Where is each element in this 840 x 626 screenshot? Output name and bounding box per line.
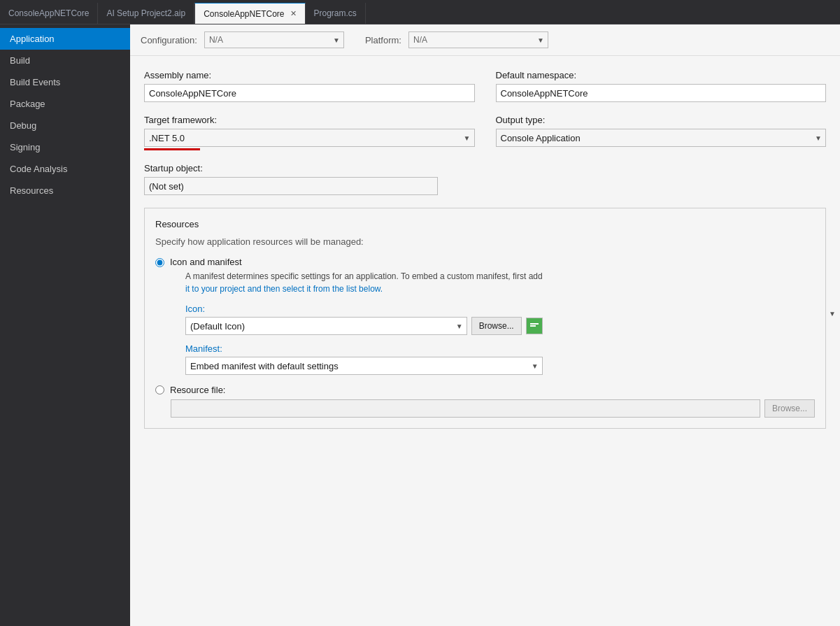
manifest-select[interactable]: Embed manifest with default settings: [185, 357, 543, 375]
icon-manifest-desc-text1: A manifest determines specific settings …: [185, 271, 543, 281]
icon-preview: [526, 318, 543, 334]
assembly-name-label: Assembly name:: [144, 70, 475, 80]
resource-file-input: [171, 399, 760, 418]
platform-select[interactable]: N/A: [408, 31, 548, 48]
config-bar: Configuration: N/A ▼ Platform: N/A ▼: [130, 24, 840, 56]
sidebar-item-label: Signing: [10, 142, 40, 152]
configuration-select[interactable]: N/A: [204, 31, 344, 48]
output-type-select[interactable]: Console Application Windows Application …: [496, 129, 827, 147]
icon-label: Icon:: [185, 304, 543, 314]
startup-object-select-wrapper: (Not set) ▼: [144, 177, 438, 195]
sidebar-item-label: Debug: [10, 120, 36, 131]
default-namespace-group: Default namespace:: [496, 70, 827, 102]
resource-file-option: Resource file:: [155, 385, 815, 395]
sidebar-item-label: Build: [10, 55, 30, 66]
manifest-select-wrapper: Embed manifest with default settings ▼: [185, 357, 543, 375]
platform-select-wrapper: N/A ▼: [408, 31, 548, 48]
output-type-label: Output type:: [496, 115, 827, 125]
resource-file-label: Resource file:: [170, 385, 225, 395]
sidebar: Application Build Build Events Package D…: [0, 24, 130, 626]
icon-row: Icon: (Default Icon) ▼ Browse...: [185, 304, 543, 335]
configuration-select-wrapper: N/A ▼: [204, 31, 344, 48]
tab-label: AI Setup Project2.aip: [106, 8, 185, 18]
tab-label: Program.cs: [314, 8, 357, 18]
icon-manifest-desc-text2: it to your project and then select it fr…: [185, 284, 383, 294]
assembly-name-group: Assembly name:: [144, 70, 475, 102]
tab-consolenetcore1[interactable]: ConsoleAppNETCore: [0, 3, 98, 24]
icon-manifest-radio[interactable]: [155, 258, 164, 267]
icon-select[interactable]: (Default Icon): [185, 317, 467, 335]
red-underline-annotation: [144, 148, 200, 150]
platform-label: Platform:: [365, 35, 401, 45]
target-framework-label: Target framework:: [144, 115, 475, 125]
sidebar-item-application[interactable]: Application: [0, 28, 130, 50]
startup-object-select[interactable]: (Not set): [144, 177, 438, 195]
resource-file-radio[interactable]: [155, 385, 164, 394]
svg-rect-2: [530, 325, 536, 327]
sidebar-item-label: Build Events: [10, 77, 60, 87]
tab-label: ConsoleAppNETCore: [204, 9, 284, 19]
resources-section: Resources Specify how application resour…: [144, 208, 826, 429]
tab-label: ConsoleAppNETCore: [8, 8, 89, 18]
sidebar-item-package[interactable]: Package: [0, 93, 130, 115]
resources-desc-text: Specify how application resources will b…: [155, 236, 364, 247]
icon-manifest-option: Icon and manifest A manifest determines …: [155, 257, 815, 375]
resource-file-input-row: Browse...: [171, 399, 815, 418]
output-type-select-wrapper: Console Application Windows Application …: [496, 129, 827, 147]
startup-object-group: Startup object: (Not set) ▼: [144, 163, 438, 195]
default-namespace-label: Default namespace:: [496, 70, 827, 80]
content-area: Configuration: N/A ▼ Platform: N/A ▼ Ass…: [130, 24, 840, 626]
icon-manifest-label: Icon and manifest: [170, 257, 543, 267]
tab-close-icon[interactable]: ✕: [290, 9, 297, 18]
sidebar-item-debug[interactable]: Debug: [0, 115, 130, 136]
sidebar-item-resources[interactable]: Resources: [0, 180, 130, 201]
icon-browse-button[interactable]: Browse...: [471, 317, 522, 335]
resources-title: Resources: [155, 219, 815, 229]
target-framework-select[interactable]: .NET 5.0 .NET 6.0 .NET Core 3.1: [144, 129, 475, 147]
resources-desc: Specify how application resources will b…: [155, 236, 815, 247]
tab-programcs[interactable]: Program.cs: [306, 3, 366, 24]
sidebar-item-label: Application: [10, 34, 55, 44]
default-namespace-input[interactable]: [496, 84, 827, 102]
manifest-label: Manifest:: [185, 343, 543, 354]
sidebar-item-build-events[interactable]: Build Events: [0, 71, 130, 93]
sidebar-item-label: Code Analysis: [10, 164, 67, 174]
tab-aisetup[interactable]: AI Setup Project2.aip: [98, 3, 194, 24]
sidebar-item-signing[interactable]: Signing: [0, 136, 130, 158]
icon-manifest-desc: A manifest determines specific settings …: [185, 270, 543, 295]
output-type-group: Output type: Console Application Windows…: [496, 115, 827, 150]
icon-preview-svg: [529, 320, 540, 332]
target-framework-group: Target framework: .NET 5.0 .NET 6.0 .NET…: [144, 115, 475, 150]
svg-rect-1: [530, 323, 539, 325]
sidebar-item-build[interactable]: Build: [0, 50, 130, 71]
target-framework-select-wrapper: .NET 5.0 .NET 6.0 .NET Core 3.1 ▼: [144, 129, 475, 147]
sidebar-item-code-analysis[interactable]: Code Analysis: [0, 158, 130, 180]
main-layout: Application Build Build Events Package D…: [0, 24, 840, 626]
chevron-down-icon: ▼: [829, 309, 836, 317]
startup-object-label: Startup object:: [144, 163, 438, 173]
tab-bar: ConsoleAppNETCore AI Setup Project2.aip …: [0, 0, 840, 24]
icon-manifest-content: Icon and manifest A manifest determines …: [170, 257, 543, 375]
sidebar-item-label: Package: [10, 99, 45, 109]
manifest-row: Manifest: Embed manifest with default se…: [185, 343, 543, 375]
assembly-namespace-row: Assembly name: Default namespace:: [144, 70, 826, 102]
icon-input-row: (Default Icon) ▼ Browse...: [185, 317, 543, 335]
assembly-name-input[interactable]: [144, 84, 475, 102]
resource-file-browse-button: Browse...: [764, 399, 815, 418]
icon-select-wrapper: (Default Icon) ▼: [185, 317, 467, 335]
configuration-label: Configuration:: [141, 35, 197, 45]
tab-consolenetcore2[interactable]: ConsoleAppNETCore ✕: [194, 3, 305, 24]
content-inner: Assembly name: Default namespace: Target…: [130, 56, 840, 443]
framework-output-row: Target framework: .NET 5.0 .NET 6.0 .NET…: [144, 115, 826, 150]
sidebar-item-label: Resources: [10, 185, 53, 196]
